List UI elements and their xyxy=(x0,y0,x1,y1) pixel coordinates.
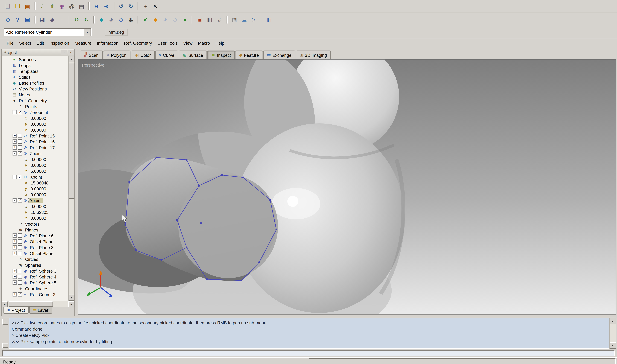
tree-row-ref-point-15[interactable]: +⊙Ref. Point 15 xyxy=(1,133,68,139)
tool-selector[interactable]: Add Reference Cylinder ▼ xyxy=(4,28,92,36)
tree-row-ref-sphere-5[interactable]: +◉Ref. Sphere 5 xyxy=(1,280,68,286)
tree-expander-icon[interactable]: - xyxy=(13,175,17,179)
tree-checkbox[interactable]: ✓ xyxy=(18,292,22,297)
pick-add-button[interactable]: + xyxy=(141,1,150,11)
active-stage-button[interactable]: ◆ xyxy=(151,15,160,24)
scrollbar-track[interactable] xyxy=(8,301,68,307)
viewport-scene[interactable] xyxy=(78,60,616,314)
panel-pin-button[interactable]: - xyxy=(61,50,67,55)
tree-expander-icon[interactable]: + xyxy=(13,145,17,150)
tree-checkbox[interactable] xyxy=(18,134,22,138)
tree-checkbox[interactable] xyxy=(18,234,22,238)
tree-checkbox[interactable]: ✓ xyxy=(18,175,22,179)
extract-tool-button[interactable]: ↑ xyxy=(57,15,67,24)
render-capture-button[interactable]: ▧ xyxy=(230,15,239,24)
tree-row-0-00000[interactable]: y0.00000 xyxy=(1,121,68,127)
point-display-button[interactable]: ◈ xyxy=(106,15,116,24)
undo-button[interactable]: ↺ xyxy=(116,1,126,11)
panel-tab-layer[interactable]: ▤Layer xyxy=(29,307,52,314)
tree-row-ref-point-16[interactable]: +⊙Ref. Point 16 xyxy=(1,139,68,144)
menu-measure[interactable]: Measure xyxy=(72,39,94,47)
menu-help[interactable]: Help xyxy=(213,39,227,47)
tree-row-offset-plane[interactable]: +⊕Offset Plane xyxy=(1,238,68,244)
tree-row-ref-plane-8[interactable]: +⊕Ref. Plane 8 xyxy=(1,244,68,250)
tree-row-loops[interactable]: ▦Loops xyxy=(1,62,68,68)
tree-row-xpoint[interactable]: -✓⊙Xpoint xyxy=(1,174,68,180)
sphere-primitive-button[interactable]: ● xyxy=(180,15,190,24)
tree-expander-icon[interactable]: - xyxy=(13,151,17,156)
tab-scan[interactable]: ▞Scan xyxy=(80,51,103,59)
scroll-right-button[interactable]: ► xyxy=(68,301,74,307)
tab-inspect[interactable]: ▣Inspect xyxy=(207,51,235,59)
tab-3d-imaging[interactable]: ⊞3D Imaging xyxy=(296,51,331,59)
scene-export-button[interactable]: ▷ xyxy=(249,15,259,24)
tree-row-offset-plane[interactable]: +⊕Offset Plane xyxy=(1,250,68,256)
spin-view-button[interactable]: ↻ xyxy=(82,15,91,24)
select-arrow-button[interactable]: ↖ xyxy=(151,1,160,11)
tab-curve[interactable]: ≈Curve xyxy=(155,51,178,59)
import-file-button[interactable]: ⇩ xyxy=(38,1,47,11)
bounding-region-button[interactable]: ▣ xyxy=(195,15,205,24)
tree-row-base-profiles[interactable]: ◆Base Profiles xyxy=(1,80,68,86)
measure-caliper-button[interactable]: ▥ xyxy=(205,15,214,24)
menu-edit[interactable]: Edit xyxy=(34,39,47,47)
zoom-in-tool-button[interactable]: ⊕ xyxy=(102,1,111,11)
stage-ghost-button[interactable]: ◇ xyxy=(171,15,180,24)
scroll-up-button[interactable]: ▲ xyxy=(610,318,616,324)
scroll-left-button[interactable]: ◄ xyxy=(1,301,8,307)
display-table-button[interactable]: ▦ xyxy=(126,15,136,24)
tree-row-planes[interactable]: ⊕Planes xyxy=(1,227,68,233)
panel-tab-project[interactable]: ▣Project xyxy=(3,307,28,314)
console-resize-grip[interactable] xyxy=(2,343,8,348)
tree-row-coordinates[interactable]: ⌖Coordinates xyxy=(1,286,68,291)
viewpoint-rotate-button[interactable]: ◈ xyxy=(47,15,57,24)
shaded-display-button[interactable]: ◆ xyxy=(97,15,106,24)
tree-expander-icon[interactable]: + xyxy=(13,134,17,138)
tree-expander-icon[interactable]: + xyxy=(13,245,17,249)
save-file-button[interactable]: ▣ xyxy=(23,1,32,11)
tree-row-vectors[interactable]: ↗Vectors xyxy=(1,221,68,227)
tree-row-0-00000[interactable]: y0.00000 xyxy=(1,186,68,192)
menu-view[interactable]: View xyxy=(181,39,195,47)
scrollbar-thumb[interactable] xyxy=(69,63,74,199)
viewport-3d[interactable]: Perspective xyxy=(78,59,616,314)
new-document-button[interactable]: ❏ xyxy=(3,1,13,11)
tree-row-0-00000[interactable]: z0.00000 xyxy=(1,127,68,133)
tab-color[interactable]: ▦Color xyxy=(131,51,155,59)
tree-row-ref-coord-2[interactable]: +✓⌖Ref. Coord. 2 xyxy=(1,291,68,297)
tree-expander-icon[interactable]: + xyxy=(13,269,17,273)
tree-row-ypoint[interactable]: -✓⊙Ypoint xyxy=(1,197,68,203)
tree-checkbox[interactable]: ✓ xyxy=(18,110,22,114)
tree-checkbox[interactable] xyxy=(18,239,22,244)
scrollbar-track[interactable] xyxy=(69,62,74,295)
scroll-up-button[interactable]: ▲ xyxy=(69,56,74,62)
export-file-button[interactable]: ⇧ xyxy=(47,1,57,11)
tree-expander-icon[interactable]: - xyxy=(13,110,17,114)
tree-checkbox[interactable]: ✓ xyxy=(18,198,22,203)
scroll-down-button[interactable]: ▼ xyxy=(69,295,74,301)
tree-row-0-00000[interactable]: x0.00000 xyxy=(1,156,68,162)
tree-row-ref-sphere-4[interactable]: +◉Ref. Sphere 4 xyxy=(1,274,68,280)
tree-row-points[interactable]: ∴Points xyxy=(1,104,68,109)
tab-exchange[interactable]: ⇄Exchange xyxy=(263,51,295,59)
menu-file[interactable]: File xyxy=(4,39,16,47)
tree-row-0-00000[interactable]: x0.00000 xyxy=(1,203,68,209)
tree-expander-icon[interactable]: + xyxy=(13,139,17,144)
tree-row-0-00000[interactable]: z0.00000 xyxy=(1,215,68,221)
print-button[interactable]: ▤ xyxy=(77,1,86,11)
tree-expander-icon[interactable]: + xyxy=(13,234,17,238)
menu-ref-geometry[interactable]: Ref. Geometry xyxy=(121,39,155,47)
tree-row-ref-sphere-3[interactable]: +◉Ref. Sphere 3 xyxy=(1,268,68,274)
tab-polygon[interactable]: ●Polygon xyxy=(103,51,131,59)
zoom-tool-button[interactable]: ⊙ xyxy=(3,15,13,24)
console-scrollbar[interactable]: ▲ ▼ xyxy=(609,318,616,349)
scrollbar-thumb[interactable] xyxy=(9,301,53,307)
scrollbar-track[interactable] xyxy=(610,324,616,342)
open-file-button[interactable]: ❐ xyxy=(13,1,22,11)
console-close-button[interactable]: × xyxy=(2,319,8,325)
viewpoint-preset-button[interactable]: ▦ xyxy=(38,15,47,24)
tree-row-zpoint[interactable]: -✓⊙Zpoint xyxy=(1,150,68,156)
tree-row-notes[interactable]: ▤Notes xyxy=(1,92,68,98)
tree-horizontal-scrollbar[interactable]: ◄ ► xyxy=(1,301,74,307)
tree-vertical-scrollbar[interactable]: ▲ ▼ xyxy=(68,56,74,301)
